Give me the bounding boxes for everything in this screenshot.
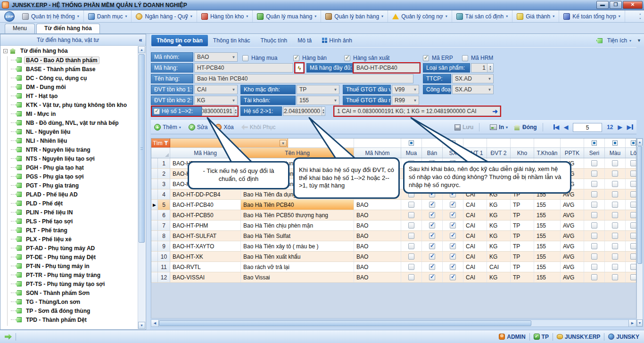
cell-ma[interactable]: BAO-VISSAI [170,272,241,282]
tree-item-15[interactable]: PLAD - Phế liệu AD [1,190,137,199]
cell-tk[interactable]: 155 [534,262,561,272]
row-checkbox-mau[interactable] [612,233,618,239]
cell-seri[interactable] [584,220,605,230]
cell-sx[interactable] [443,220,463,230]
table-row[interactable]: 8BAO-HT-SULFATBao Hà Tiên SulfatBAOCAIKG… [151,231,636,241]
row-checkbox-ban[interactable] [429,222,435,229]
tree-item-16[interactable]: PLD - Phế dệt [1,199,137,208]
cell-nhom[interactable]: BAO [354,220,401,230]
close-button[interactable]: ✕ [623,1,643,9]
cell-nhom[interactable]: BAO [354,262,401,272]
tree-item-10[interactable]: NTR - Nguyên liệu tráng [1,145,137,154]
tree-item-12[interactable]: PGH - Phụ gia tạo hạt [1,163,137,172]
pager-next-button[interactable]: ▶ [618,124,622,131]
row-checkbox-mau[interactable] [612,191,618,197]
row-checkbox-sx[interactable] [450,233,456,239]
grid-filter-cell-kho[interactable] [511,139,534,147]
cell-seri[interactable] [584,210,605,220]
ma-erp-checkbox[interactable]: Mã ERP [423,53,453,63]
apply-arrow-icon[interactable]: ➜ [492,107,500,115]
grid-filter-cell-mua[interactable] [401,139,422,147]
restore-button[interactable]: Khôi Phục [241,124,276,131]
tree-item-17[interactable]: PLIN - Phế liệu IN [1,208,137,217]
cell-ten[interactable]: Bao Hà Tiên PCB50 thượng hạng [241,210,354,220]
cell-mua[interactable] [401,262,422,272]
cell-seri[interactable] [584,169,605,179]
tree-item-1[interactable]: BASE - Thành phẩm Base [1,65,137,74]
detail-tab-3[interactable]: Mô tả [292,35,317,46]
thue-dau-ra-combo[interactable]: R99▼ [392,96,419,105]
row-checkbox-seri[interactable] [591,181,597,187]
menu-item-9[interactable]: Kế toán tổng hợp▾ [559,10,625,22]
cell-ten[interactable]: Bao rách vỡ trả lại [241,262,354,272]
cell-mau[interactable] [605,252,626,261]
cell-mua[interactable] [401,241,422,251]
cell-seri[interactable] [584,241,605,251]
row-checkbox-mau[interactable] [612,181,618,187]
grid-horizontal-scrollbar[interactable]: ◀ ▶ [151,319,636,327]
scroll-up-icon[interactable]: ▲ [138,46,145,53]
sidebar-scrollbar[interactable]: ▲ ▼ [138,46,145,329]
cell-sx[interactable] [443,262,463,272]
cell-seri[interactable] [584,252,605,261]
column-header-sx[interactable]: SX [443,148,463,158]
row-checkbox-lo[interactable] [630,264,636,270]
column-filter-checkbox-icon[interactable] [409,140,414,146]
tree-expander-icon[interactable]: - [3,49,8,53]
row-checkbox-sx[interactable] [450,264,456,270]
row-checkbox-mau[interactable] [612,222,618,229]
cell-dvt1[interactable]: CAI [463,210,487,220]
tree-item-11[interactable]: NTS - Nguyên liệu tạo sợi [1,154,137,163]
row-checkbox-mua[interactable] [408,212,414,218]
he-so-fixed-checkbox[interactable] [154,108,160,114]
row-checkbox-seri[interactable] [591,222,597,229]
column-filter-checkbox-icon[interactable] [612,140,618,146]
grid-filter-cell-ban[interactable] [422,139,443,147]
menu-item-6[interactable]: Quản lý công nợ▾ [388,10,452,22]
cell-ten[interactable]: Bao Hà Tiên Sulfat [241,231,354,241]
minimize-button[interactable]: ▬ [596,1,609,9]
scroll-down-icon[interactable]: ▼ [138,322,145,329]
tree-item-21[interactable]: PT-AD - Phụ tùng máy AD [1,244,137,253]
cell-kho[interactable]: TP [511,220,534,230]
tree-item-5[interactable]: KTK - Vật tư, phụ tùng không tồn kho [1,100,137,109]
tree-item-24[interactable]: PT-TR - Phụ tùng máy tráng [1,270,137,279]
delete-button[interactable]: −Xóa [215,124,233,131]
table-row[interactable]: 10BAO-HT-XKBao Hà Tiên xuất khẩuBAOCAIKG… [151,252,636,262]
row-checkbox-mau[interactable] [612,212,618,218]
grid-filter-combo[interactable]: ▼ [170,139,288,147]
row-checkbox-ban[interactable] [429,243,435,249]
cell-dvt2[interactable]: KG [487,231,511,241]
save-button[interactable]: Lưu [454,124,473,131]
row-checkbox-ban[interactable] [429,202,435,208]
cell-tk[interactable]: 155 [534,272,561,282]
cell-mau[interactable] [605,262,626,272]
hang-mua-checkbox[interactable]: Hàng mua [242,53,277,63]
cell-ban[interactable] [422,252,443,261]
ma-hang-input[interactable]: HT-PCB40 [194,63,293,73]
cell-kho[interactable]: TP [511,200,534,210]
cell-sx[interactable] [443,231,463,241]
cell-dvt2[interactable]: KG [487,220,511,230]
panel-chevron-icon[interactable]: ▼ [634,38,644,43]
row-checkbox-sx[interactable] [450,222,456,229]
print-button[interactable]: In▾ [490,124,508,131]
cell-mua[interactable] [401,210,422,220]
row-checkbox-mau[interactable] [612,274,618,280]
row-checkbox-ban[interactable] [429,233,435,239]
cell-nhom[interactable]: BAO [354,200,401,210]
cell-dvt2[interactable]: KG [487,200,511,210]
table-row[interactable]: 7BAO-HT-PHMBao Hà Tiên chịu phèn mặnBAOC… [151,220,636,231]
grid-filter-cell-mau[interactable] [605,139,626,147]
cell-kho[interactable]: TP [511,262,534,272]
row-checkbox-mua[interactable] [408,274,414,280]
cell-pptk[interactable]: AVG [561,200,584,210]
row-checkbox-sx[interactable] [450,243,456,249]
row-checkbox-ban[interactable] [429,253,435,260]
column-header-nhom[interactable]: Mã Nhóm [354,148,401,158]
cell-seri[interactable] [584,262,605,272]
row-checkbox-seri[interactable] [591,274,597,280]
scroll-up-icon[interactable]: ▲ [637,139,643,146]
cell-mau[interactable] [605,241,626,251]
column-header-pptk[interactable]: PPTK [561,148,584,158]
